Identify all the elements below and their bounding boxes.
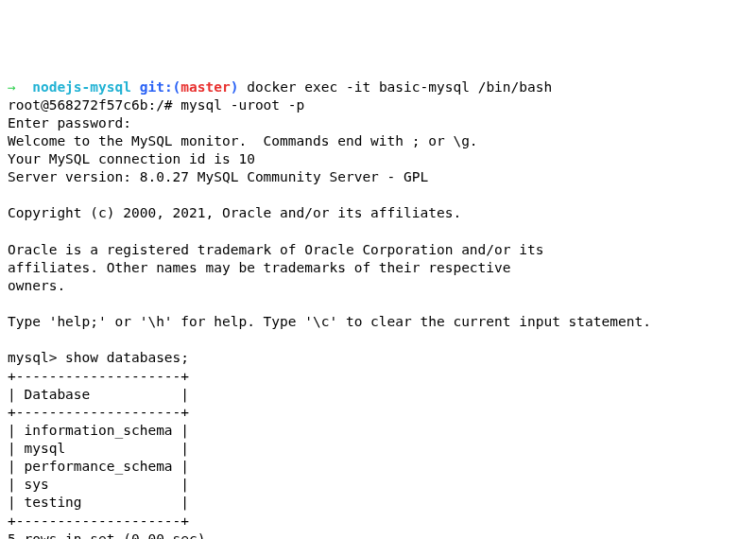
cwd: nodejs-mysql: [32, 79, 131, 95]
shell-prompt-line: → nodejs-mysql git:(master) docker exec …: [8, 78, 748, 96]
blank-line: [8, 295, 748, 313]
mysql-prompt-cmd[interactable]: mysql> show databases;: [8, 349, 748, 367]
trademark-line-2: affiliates. Other names may be trademark…: [8, 259, 748, 277]
table-row: | mysql |: [8, 440, 748, 458]
table-row: | performance_schema |: [8, 458, 748, 476]
table-border: +--------------------+: [8, 368, 748, 386]
table-row: | sys |: [8, 476, 748, 494]
blank-line: [8, 223, 748, 241]
table-row: | testing |: [8, 494, 748, 512]
welcome-line: Welcome to the MySQL monitor. Commands e…: [8, 132, 748, 150]
arrow-icon: →: [8, 79, 16, 95]
blank-line: [8, 186, 748, 204]
table-row: | information_schema |: [8, 422, 748, 440]
table-border: +--------------------+: [8, 513, 748, 530]
copyright-line: Copyright (c) 2000, 2021, Oracle and/or …: [8, 204, 748, 222]
root-shell-line: root@568272f57c6b:/# mysql -uroot -p: [8, 96, 748, 114]
shell-command: docker exec -it basic-mysql /bin/bash: [247, 79, 552, 95]
git-label: git:(: [140, 79, 181, 95]
git-branch: master: [180, 79, 230, 95]
rows-in-set: 5 rows in set (0.00 sec): [8, 530, 748, 539]
blank-line: [8, 331, 748, 349]
enter-password-line: Enter password:: [8, 114, 748, 132]
help-line: Type 'help;' or '\h' for help. Type '\c'…: [8, 313, 748, 331]
table-border: +--------------------+: [8, 404, 748, 422]
git-close: ): [231, 79, 239, 95]
trademark-line-3: owners.: [8, 277, 748, 295]
trademark-line-1: Oracle is a registered trademark of Orac…: [8, 241, 748, 259]
server-version-line: Server version: 8.0.27 MySQL Community S…: [8, 168, 748, 186]
table-header: | Database |: [8, 386, 748, 404]
connection-id-line: Your MySQL connection id is 10: [8, 150, 748, 168]
